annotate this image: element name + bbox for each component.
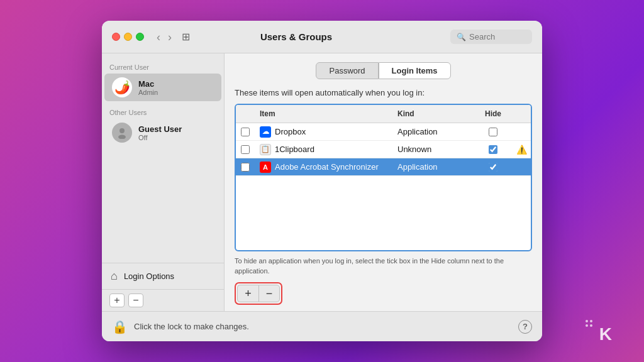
- row-kind-dropbox: Application: [392, 124, 474, 139]
- row-item-dropbox: ☁ Dropbox: [255, 124, 392, 140]
- table-header: Item Kind Hide: [236, 105, 531, 123]
- row-checkbox-1clipboard[interactable]: [236, 145, 255, 154]
- k-dot: [590, 324, 592, 327]
- guest-user-name: Guest User: [138, 124, 182, 134]
- checkbox-1clipboard[interactable]: [241, 145, 250, 154]
- lock-text: Click the lock to make changes.: [134, 322, 512, 331]
- current-user-item[interactable]: 🌶️ Mac Admin: [104, 74, 221, 101]
- row-item-acrobat: A Adobe Acrobat Synchronizer: [255, 159, 392, 175]
- remove-item-button[interactable]: −: [258, 285, 280, 302]
- hide-checkbox-dropbox[interactable]: [489, 128, 497, 136]
- minimize-button[interactable]: [124, 33, 132, 41]
- dropbox-name: Dropbox: [275, 127, 306, 136]
- auto-open-text: These items will open automatically when…: [235, 88, 532, 97]
- action-buttons: + −: [235, 282, 282, 305]
- tab-login-items[interactable]: Login Items: [379, 62, 451, 79]
- clipboard-icon: 📋: [260, 144, 271, 155]
- acrobat-name: Adobe Acrobat Synchronizer: [275, 162, 379, 172]
- close-button[interactable]: [112, 33, 120, 41]
- other-users-label: Other Users: [102, 106, 224, 119]
- login-options-label: Login Options: [124, 272, 174, 281]
- current-user-info: Mac Admin: [138, 79, 158, 96]
- traffic-lights: [112, 33, 144, 41]
- items-table: Item Kind Hide ☁ Dropbox: [235, 104, 532, 251]
- content-area: Current User 🌶️ Mac Admin Other Users Gu: [102, 53, 542, 311]
- maximize-button[interactable]: [136, 33, 144, 41]
- system-preferences-window: ‹ › ⊞ Users & Groups 🔍 Current User 🌶️ M…: [102, 21, 542, 341]
- guest-user-avatar: [112, 123, 132, 143]
- k-dot: [586, 320, 588, 322]
- login-options-item[interactable]: ⌂ Login Options: [102, 263, 224, 289]
- current-user-name: Mac: [138, 79, 158, 89]
- guest-user-item[interactable]: Guest User Off: [104, 119, 221, 146]
- th-hide: Hide: [474, 107, 512, 120]
- sidebar: Current User 🌶️ Mac Admin Other Users Gu: [102, 53, 225, 311]
- sidebar-bottom-buttons: + −: [102, 289, 224, 311]
- row-warning-1clipboard: ⚠️: [512, 145, 531, 155]
- sidebar-add-button[interactable]: +: [109, 293, 125, 307]
- sidebar-remove-button[interactable]: −: [128, 293, 143, 307]
- hide-checkbox-acrobat[interactable]: [489, 163, 497, 172]
- dropbox-icon: ☁: [260, 126, 271, 138]
- tab-password[interactable]: Password: [316, 62, 378, 79]
- tab-bar: Password Login Items: [235, 62, 532, 79]
- search-input[interactable]: [469, 32, 526, 41]
- k-logo: K: [599, 324, 611, 344]
- checkbox-dropbox[interactable]: [241, 128, 250, 136]
- table-row[interactable]: 📋 1Clipboard Unknown ⚠️: [236, 141, 531, 158]
- th-kind: Kind: [392, 107, 474, 120]
- lock-icon[interactable]: 🔒: [112, 319, 128, 334]
- svg-point-0: [119, 128, 125, 133]
- th-extra: [512, 107, 531, 120]
- table-row[interactable]: A Adobe Acrobat Synchronizer Application: [236, 158, 531, 176]
- acrobat-icon: A: [260, 162, 271, 173]
- k-dot: [590, 320, 592, 322]
- warning-icon: ⚠️: [516, 145, 527, 155]
- current-user-label: Current User: [102, 61, 224, 74]
- k-logo-dots: [586, 320, 592, 327]
- login-options-icon: ⌂: [111, 270, 118, 283]
- hide-checkbox-1clipboard[interactable]: [489, 145, 497, 154]
- checkbox-acrobat[interactable]: [241, 163, 250, 172]
- add-item-button[interactable]: +: [237, 285, 258, 302]
- search-icon: 🔍: [457, 33, 466, 41]
- svg-point-1: [118, 135, 126, 140]
- row-hide-acrobat[interactable]: [474, 163, 512, 172]
- row-item-1clipboard: 📋 1Clipboard: [255, 141, 392, 158]
- row-hide-1clipboard[interactable]: [474, 145, 512, 154]
- table-body: ☁ Dropbox Application: [236, 123, 531, 250]
- title-bar: ‹ › ⊞ Users & Groups 🔍: [102, 21, 542, 53]
- th-item: Item: [255, 107, 392, 120]
- hint-text: To hide an application when you log in, …: [235, 256, 532, 276]
- guest-user-role: Off: [138, 134, 182, 141]
- row-hide-dropbox[interactable]: [474, 128, 512, 136]
- guest-user-info: Guest User Off: [138, 124, 182, 141]
- search-box[interactable]: 🔍: [450, 30, 532, 44]
- row-checkbox-acrobat[interactable]: [236, 163, 255, 172]
- window-title: Users & Groups: [147, 31, 445, 42]
- k-dot: [586, 324, 588, 327]
- row-checkbox-dropbox[interactable]: [236, 128, 255, 136]
- th-checkbox: [236, 107, 255, 120]
- current-user-avatar: 🌶️: [112, 77, 132, 97]
- row-kind-1clipboard: Unknown: [392, 142, 474, 156]
- current-user-role: Admin: [138, 89, 158, 96]
- row-kind-acrobat: Application: [392, 160, 474, 174]
- table-row[interactable]: ☁ Dropbox Application: [236, 123, 531, 141]
- bottom-bar: 🔒 Click the lock to make changes. ?: [102, 311, 542, 341]
- help-button[interactable]: ?: [518, 320, 532, 334]
- main-content: Password Login Items These items will op…: [225, 53, 542, 311]
- 1clipboard-name: 1Clipboard: [275, 145, 314, 154]
